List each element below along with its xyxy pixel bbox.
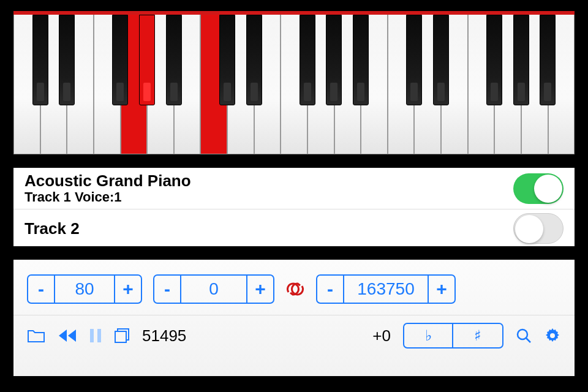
black-key[interactable] [219, 15, 235, 105]
svg-point-4 [518, 330, 527, 339]
track-list: Acoustic Grand Piano Track 1 Voice:1 Tra… [13, 168, 575, 246]
rewind-icon[interactable] [58, 329, 77, 342]
sharp-button[interactable]: ♯ [453, 324, 502, 347]
black-key[interactable] [433, 15, 449, 105]
position-stepper: - 163750 + [316, 274, 456, 304]
track-enable-switch[interactable] [513, 213, 564, 244]
black-key[interactable] [353, 15, 369, 105]
track-enable-switch[interactable] [513, 173, 564, 204]
track-subtitle: Track 1 Voice:1 [24, 189, 513, 205]
black-key[interactable] [326, 15, 342, 105]
piano-keyboard-panel [13, 11, 575, 154]
svg-rect-1 [97, 329, 101, 342]
transpose-plus-button[interactable]: + [247, 276, 273, 303]
black-key[interactable] [300, 15, 315, 105]
transpose-value: 0 [180, 276, 247, 303]
keyboard[interactable] [13, 15, 575, 154]
tempo-plus-button[interactable]: + [115, 276, 141, 303]
tempo-minus-button[interactable]: - [28, 276, 54, 303]
black-key[interactable] [246, 15, 262, 105]
black-key[interactable] [139, 15, 155, 105]
controls-panel: - 80 + - 0 + - 163750 + [13, 260, 575, 376]
transpose-minus-button[interactable]: - [154, 276, 180, 303]
svg-point-6 [550, 333, 555, 338]
black-key[interactable] [406, 15, 422, 105]
black-key[interactable] [59, 15, 75, 105]
position-plus-button[interactable]: + [429, 276, 454, 303]
black-key[interactable] [486, 15, 502, 105]
position-minus-button[interactable]: - [317, 276, 343, 303]
track-row[interactable]: Acoustic Grand Piano Track 1 Voice:1 [13, 168, 575, 209]
stepper-row: - 80 + - 0 + - 163750 + [13, 260, 575, 315]
track-title: Acoustic Grand Piano [24, 172, 513, 190]
tempo-stepper: - 80 + [27, 274, 142, 304]
search-icon[interactable] [516, 328, 532, 344]
black-key[interactable] [166, 15, 182, 105]
folder-icon[interactable] [27, 328, 45, 343]
tempo-value: 80 [54, 276, 115, 303]
black-key[interactable] [32, 15, 48, 105]
track-row[interactable]: Track 2 [13, 209, 575, 246]
track-title: Track 2 [24, 219, 513, 238]
position-value: 163750 [343, 276, 429, 303]
svg-rect-3 [115, 331, 126, 342]
windows-icon[interactable] [114, 328, 130, 344]
loop-icon[interactable] [285, 281, 305, 297]
black-key[interactable] [112, 15, 128, 105]
black-key[interactable] [513, 15, 529, 105]
bottom-toolbar: 51495 +0 ♭ ♯ [13, 315, 575, 360]
svg-rect-0 [90, 329, 94, 342]
gear-icon[interactable] [544, 327, 561, 344]
current-position-value: 51495 [142, 326, 209, 345]
black-key[interactable] [540, 15, 556, 105]
flat-button[interactable]: ♭ [404, 324, 453, 347]
accidental-segmented-control: ♭ ♯ [403, 323, 503, 349]
svg-line-5 [526, 338, 530, 342]
pause-icon[interactable] [89, 328, 102, 343]
transpose-stepper: - 0 + [153, 274, 274, 304]
offset-value: +0 [342, 326, 391, 345]
